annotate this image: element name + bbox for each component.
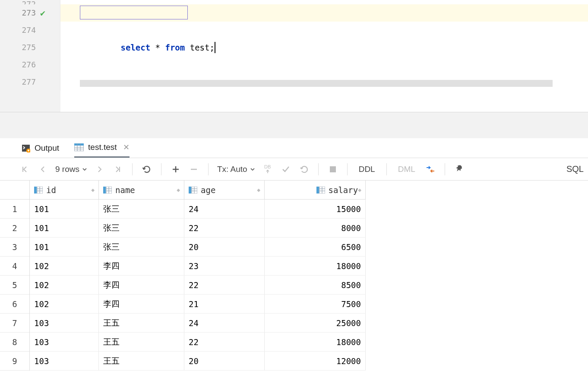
- separator: [161, 163, 161, 175]
- add-row-button[interactable]: [168, 162, 183, 177]
- sql-editor: 272273✔274275276277 select * from test;: [0, 0, 588, 112]
- cell-name[interactable]: 张三: [99, 238, 184, 256]
- cell-age[interactable]: 20: [184, 352, 265, 370]
- row-count-dropdown[interactable]: 9 rows: [54, 165, 89, 174]
- cell-name[interactable]: 王五: [99, 352, 184, 370]
- row-number[interactable]: 2: [0, 219, 29, 238]
- tx-mode-dropdown[interactable]: Tx: Auto: [215, 165, 257, 174]
- row-number[interactable]: 8: [0, 333, 29, 352]
- cell-name[interactable]: 王五: [99, 333, 184, 351]
- sort-icon[interactable]: ◆: [177, 187, 180, 193]
- code-line[interactable]: [60, 39, 588, 56]
- cell-age[interactable]: 21: [184, 295, 265, 313]
- row-number[interactable]: 9: [0, 352, 29, 371]
- cell-salary[interactable]: 18000: [265, 257, 366, 275]
- first-page-button[interactable]: [17, 162, 32, 177]
- code-line-active[interactable]: select * from test;: [60, 4, 588, 22]
- refresh-button[interactable]: [139, 162, 154, 177]
- cell-salary[interactable]: 6500: [265, 238, 366, 256]
- sql-label[interactable]: SQL: [566, 164, 584, 174]
- table-row[interactable]: 101张三2415000: [30, 200, 366, 219]
- cell-salary[interactable]: 25000: [265, 314, 366, 332]
- tab-label: test.test: [88, 143, 117, 152]
- column-header-age[interactable]: age◆: [184, 181, 265, 199]
- cell-id[interactable]: 101: [30, 238, 99, 256]
- next-page-button[interactable]: [92, 162, 107, 177]
- cell-name[interactable]: 李四: [99, 276, 184, 294]
- sort-icon[interactable]: ◆: [91, 187, 94, 193]
- dml-button[interactable]: DML: [394, 165, 420, 174]
- table-row[interactable]: 103王五2012000: [30, 352, 366, 371]
- prev-page-button[interactable]: [35, 162, 50, 177]
- cell-age[interactable]: 22: [184, 219, 265, 237]
- cell-age[interactable]: 22: [184, 276, 265, 294]
- row-number[interactable]: 4: [0, 257, 29, 276]
- table-row[interactable]: 103王五2218000: [30, 333, 366, 352]
- ddl-button[interactable]: DDL: [354, 165, 379, 174]
- cell-salary[interactable]: 18000: [265, 333, 366, 351]
- sort-icon[interactable]: ◆: [358, 187, 361, 193]
- cell-id[interactable]: 101: [30, 219, 99, 237]
- row-number[interactable]: 7: [0, 314, 29, 333]
- tab-output[interactable]: Output: [22, 138, 59, 158]
- last-page-button[interactable]: [111, 162, 125, 177]
- table-row[interactable]: 102李四217500: [30, 295, 366, 314]
- row-number[interactable]: 1: [0, 200, 29, 219]
- editor-body: 272273✔274275276277 select * from test;: [11, 0, 588, 112]
- cell-id[interactable]: 102: [30, 295, 99, 313]
- cell-salary[interactable]: 8000: [265, 219, 366, 237]
- cell-id[interactable]: 103: [30, 314, 99, 332]
- gutter-line: 273✔: [11, 4, 60, 22]
- cell-name[interactable]: 张三: [99, 219, 184, 237]
- stop-button[interactable]: [326, 162, 340, 177]
- gutter-line: 277: [11, 73, 60, 91]
- compare-button[interactable]: [423, 162, 438, 177]
- column-header-name[interactable]: name◆: [99, 181, 184, 199]
- cell-name[interactable]: 张三: [99, 200, 184, 218]
- row-count-label: 9 rows: [55, 165, 79, 174]
- cell-age[interactable]: 23: [184, 257, 265, 275]
- tab-data[interactable]: test.test ✕: [74, 138, 130, 158]
- table-row[interactable]: 101张三206500: [30, 238, 366, 257]
- close-icon[interactable]: ✕: [123, 143, 130, 152]
- cell-age[interactable]: 22: [184, 333, 265, 351]
- cell-salary[interactable]: 7500: [265, 295, 366, 313]
- column-header-id[interactable]: id◆: [30, 181, 99, 199]
- cell-id[interactable]: 103: [30, 352, 99, 370]
- row-number[interactable]: 3: [0, 238, 29, 257]
- cell-id[interactable]: 103: [30, 333, 99, 351]
- row-number[interactable]: 5: [0, 276, 29, 295]
- table-row[interactable]: 101张三228000: [30, 219, 366, 238]
- cell-name[interactable]: 李四: [99, 295, 184, 313]
- code-line[interactable]: [60, 22, 588, 39]
- cell-age[interactable]: 24: [184, 200, 265, 218]
- cell-id[interactable]: 101: [30, 200, 99, 218]
- scrollbar-thumb[interactable]: [80, 80, 553, 87]
- cell-salary[interactable]: 8500: [265, 276, 366, 294]
- code-area[interactable]: select * from test;: [60, 0, 588, 112]
- revert-button[interactable]: [297, 162, 311, 177]
- cell-name[interactable]: 李四: [99, 257, 184, 275]
- commit-button[interactable]: DB: [260, 162, 275, 177]
- cell-salary[interactable]: 12000: [265, 352, 366, 370]
- table-row[interactable]: 102李四2318000: [30, 257, 366, 276]
- svg-rect-24: [316, 187, 319, 194]
- result-tabs: Output test.test ✕: [0, 138, 588, 158]
- row-number[interactable]: 6: [0, 295, 29, 314]
- table-row[interactable]: 102李四228500: [30, 276, 366, 295]
- cell-age[interactable]: 20: [184, 238, 265, 256]
- cell-age[interactable]: 24: [184, 314, 265, 332]
- cell-name[interactable]: 王五: [99, 314, 184, 332]
- code-line[interactable]: [60, 56, 588, 73]
- cell-id[interactable]: 102: [30, 276, 99, 294]
- apply-button[interactable]: [278, 162, 293, 177]
- cell-salary[interactable]: 15000: [265, 200, 366, 218]
- cell-id[interactable]: 102: [30, 257, 99, 275]
- sort-icon[interactable]: ◆: [257, 187, 260, 193]
- remove-row-button[interactable]: [187, 162, 201, 177]
- code-line[interactable]: [60, 0, 588, 4]
- horizontal-scrollbar[interactable]: [80, 80, 553, 87]
- column-header-salary[interactable]: salary◆: [265, 181, 366, 199]
- pin-button[interactable]: [452, 162, 467, 177]
- table-row[interactable]: 103王五2425000: [30, 314, 366, 333]
